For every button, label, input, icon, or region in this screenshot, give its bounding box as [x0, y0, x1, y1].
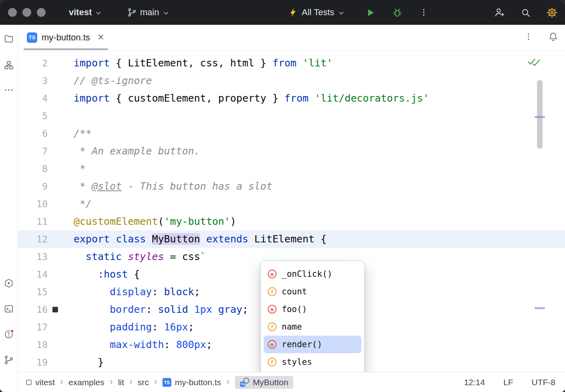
popup-item-label: name	[282, 322, 302, 332]
gutter-cell[interactable]: 14	[18, 266, 70, 283]
structure-popup-item[interactable]: mfoo()	[264, 300, 361, 318]
code-editor[interactable]: 2import { LitElement, css, html } from '…	[18, 50, 565, 372]
code-line[interactable]: 9 * @slot - This button has a slot	[18, 178, 565, 195]
code-line[interactable]: 4import { customElement, property } from…	[18, 90, 565, 107]
gutter-icon-area	[48, 213, 70, 230]
window-minimize-button[interactable]	[22, 8, 31, 17]
gutter-cell[interactable]: 7	[18, 142, 70, 160]
file-encoding[interactable]: UTF-8	[532, 378, 556, 387]
structure-popup-item[interactable]: fcount	[264, 283, 361, 300]
breadcrumb-vitest[interactable]: vitest	[26, 378, 55, 387]
structure-popup-item[interactable]: mrender()	[264, 336, 361, 353]
terminal-icon[interactable]	[4, 304, 14, 314]
gutter-cell[interactable]: 8	[18, 160, 70, 178]
branch-selector[interactable]: main	[127, 7, 170, 18]
structure-popup-item[interactable]: fname	[264, 318, 361, 336]
breadcrumb-src[interactable]: src	[138, 378, 149, 387]
status-bar: vitest›examples›lit›src›TSmy-button.ts›T…	[18, 372, 565, 392]
code-line[interactable]: 10 */	[18, 195, 565, 213]
project-name: vitest	[69, 7, 92, 18]
breadcrumb-my-button.ts[interactable]: TSmy-button.ts	[162, 378, 221, 387]
line-number: 17	[18, 318, 48, 336]
gutter-cell[interactable]: 4	[18, 90, 70, 107]
gutter-icon-area	[48, 90, 70, 107]
gutter-icon-area	[48, 142, 70, 160]
gutter-cell[interactable]: 10	[18, 195, 70, 213]
window-close-button[interactable]	[8, 8, 17, 17]
project-folder-icon[interactable]	[4, 34, 14, 44]
code-line[interactable]: 12export class MyButton extends LitEleme…	[18, 230, 565, 248]
breadcrumb-MyButton[interactable]: TSMyButton	[235, 376, 294, 389]
gutter-cell[interactable]: 18	[18, 336, 70, 354]
code-line[interactable]: 11@customElement('my-button')	[18, 213, 565, 230]
editor-tab-my-button[interactable]: TS my-button.ts ×	[24, 25, 108, 50]
breadcrumb-label: vitest	[35, 378, 55, 387]
code-text: static styles = css`	[70, 248, 206, 266]
tool-window-bar	[0, 25, 18, 392]
bookmark-icon[interactable]	[52, 307, 58, 312]
gutter-icon-area	[48, 266, 70, 283]
code-line[interactable]: 6/**	[18, 125, 565, 142]
tab-options-icon[interactable]	[524, 32, 533, 43]
gutter-icon-area	[48, 318, 70, 336]
run-button[interactable]	[365, 7, 376, 18]
services-icon[interactable]	[4, 278, 14, 288]
code-line[interactable]: 7 * An example button.	[18, 142, 565, 160]
project-selector[interactable]: vitest	[69, 7, 102, 18]
line-number: 10	[18, 195, 48, 213]
code-with-me-button[interactable]	[494, 7, 505, 18]
code-line[interactable]: 2import { LitElement, css, html } from '…	[18, 54, 565, 72]
structure-icon[interactable]	[4, 60, 14, 70]
code-line[interactable]: 5	[18, 107, 565, 125]
code-line[interactable]: 3// @ts-ignore	[18, 72, 565, 90]
gutter-cell[interactable]: 17	[18, 318, 70, 336]
editor-scrollbar[interactable]	[535, 50, 545, 372]
scrollbar-thumb[interactable]	[537, 80, 543, 149]
run-configuration-selector[interactable]: All Tests	[288, 7, 345, 18]
structure-popup-item[interactable]: m_onClick()	[264, 265, 361, 283]
gutter-cell[interactable]: 6	[18, 125, 70, 142]
code-line[interactable]: 8 *	[18, 160, 565, 178]
code-text: * An example button.	[70, 142, 200, 160]
more-actions-button[interactable]	[419, 8, 429, 17]
git-branch-icon	[127, 8, 137, 17]
gutter-icon-area	[48, 283, 70, 301]
structure-popup-item[interactable]: fstyles	[264, 353, 361, 371]
gutter-cell[interactable]: 11	[18, 213, 70, 230]
gutter-cell[interactable]: 5	[18, 107, 70, 125]
gutter-cell[interactable]: 19	[18, 354, 70, 371]
tab-close-icon[interactable]: ×	[98, 32, 104, 43]
breadcrumb-examples[interactable]: examples	[68, 378, 104, 387]
more-tool-windows-icon[interactable]	[4, 85, 14, 95]
line-number: 6	[18, 125, 48, 142]
gutter-cell[interactable]: 12	[18, 230, 70, 248]
popup-item-label: foo()	[282, 304, 307, 314]
line-separator[interactable]: LF	[503, 378, 513, 387]
line-number: 15	[18, 283, 48, 301]
debug-button[interactable]	[392, 7, 403, 18]
version-control-icon[interactable]	[4, 355, 14, 365]
popup-item-label: styles	[282, 357, 312, 367]
problems-icon[interactable]	[4, 329, 14, 340]
gutter-cell[interactable]: 15	[18, 283, 70, 301]
line-number: 13	[18, 248, 48, 266]
line-number: 11	[18, 213, 48, 230]
caret-position[interactable]: 12:14	[464, 378, 485, 387]
gutter-cell[interactable]: 2	[18, 54, 70, 72]
gutter-cell[interactable]: 13	[18, 248, 70, 266]
breadcrumb-lit[interactable]: lit	[118, 378, 124, 387]
method-icon: m	[268, 270, 276, 278]
gutter-cell[interactable]: 3	[18, 72, 70, 90]
code-text: max-width: 800px;	[70, 336, 212, 354]
method-icon: m	[268, 340, 276, 349]
settings-gear-icon[interactable]	[546, 7, 558, 18]
search-everywhere-button[interactable]	[520, 7, 531, 18]
gutter-cell[interactable]: 16	[18, 301, 70, 318]
window-zoom-button[interactable]	[37, 8, 46, 17]
titlebar: vitest main All Tests	[0, 0, 565, 25]
code-text: padding: 16px;	[70, 318, 194, 336]
chevron-down-icon	[95, 10, 102, 17]
code-text: */	[70, 195, 92, 213]
notifications-bell-icon[interactable]	[548, 31, 559, 44]
gutter-cell[interactable]: 9	[18, 178, 70, 195]
